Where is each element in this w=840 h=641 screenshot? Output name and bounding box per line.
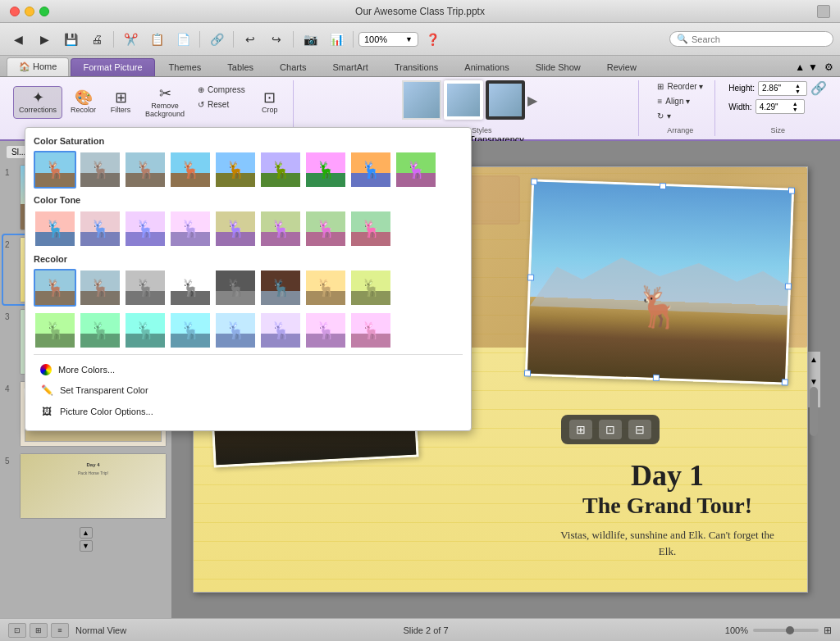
tone-swatch-2[interactable]: 🦌 xyxy=(79,210,121,248)
recolor-swatch-7[interactable]: 🦌 xyxy=(304,269,347,307)
remove-bg-button[interactable]: ✂ RemoveBackground xyxy=(140,83,189,122)
handle-br[interactable] xyxy=(781,379,788,385)
aspect-lock-icon[interactable]: 🔗 xyxy=(810,80,827,96)
width-input[interactable] xyxy=(760,102,792,111)
recolor-swatch-1[interactable]: 🦌 xyxy=(34,269,76,307)
tone-swatch-7[interactable]: 🦌 xyxy=(304,210,347,248)
sat-swatch-7[interactable]: 🦌 xyxy=(349,151,392,189)
recolor-swatch-12[interactable]: 🦌 xyxy=(169,311,212,349)
height-input[interactable] xyxy=(762,84,795,93)
recolor-swatch-3[interactable]: 🦌 xyxy=(124,269,167,307)
normal-view-btn[interactable]: ⊡ xyxy=(8,623,26,638)
recolor-swatch-14[interactable]: 🦌 xyxy=(259,311,302,349)
tone-swatch-6[interactable]: 🦌 xyxy=(259,210,302,248)
recolor-swatch-11[interactable]: 🦌 xyxy=(124,311,167,349)
tab-format-picture[interactable]: Format Picture xyxy=(71,58,154,76)
handle-tl[interactable] xyxy=(531,178,537,184)
reset-button[interactable]: ↺ Reset xyxy=(193,98,250,111)
grid-view-btn[interactable]: ⊞ xyxy=(30,623,48,638)
tone-swatch-4[interactable]: 🦌 xyxy=(169,210,212,248)
recolor-swatch-5[interactable]: 🦌 xyxy=(214,269,257,307)
handle-mr[interactable] xyxy=(784,283,791,289)
recolor-swatch-16[interactable]: 🦌 xyxy=(349,311,392,349)
set-transparent-item[interactable]: ✏️ Set Transparent Color xyxy=(34,380,463,401)
toolbar-btn-copy[interactable]: 📋 xyxy=(145,28,168,51)
corrections-button[interactable]: ✦ Corrections xyxy=(13,86,62,119)
sat-swatch-1[interactable]: 🦌 xyxy=(79,151,121,189)
sat-swatch-8[interactable]: 🦌 xyxy=(395,151,437,189)
maximize-button[interactable] xyxy=(39,7,49,16)
recolor-swatch-8[interactable]: 🦌 xyxy=(349,269,392,307)
recolor-swatch-6[interactable]: 🦌 xyxy=(259,269,302,307)
compress-button[interactable]: ⊕ Compress xyxy=(193,84,250,96)
recolor-swatch-10[interactable]: 🦌 xyxy=(79,311,121,349)
outline-view-btn[interactable]: ≡ xyxy=(51,623,69,638)
handle-ml[interactable] xyxy=(527,274,533,280)
width-down[interactable]: ▼ xyxy=(792,107,798,112)
picture-color-options-item[interactable]: 🖼 Picture Color Options... xyxy=(34,401,463,422)
tab-themes[interactable]: Themes xyxy=(157,58,214,76)
slide-photo-main[interactable]: 🦌 xyxy=(524,179,793,384)
close-button[interactable] xyxy=(10,7,20,16)
height-down[interactable]: ▼ xyxy=(795,89,801,94)
toolbar-btn-save[interactable]: 💾 xyxy=(59,28,82,51)
style-swatch-1[interactable] xyxy=(402,80,441,120)
sat-swatch-4[interactable]: 🦌 xyxy=(214,151,257,189)
sat-swatch-3[interactable]: 🦌 xyxy=(169,151,212,189)
float-btn-2[interactable]: ⊡ xyxy=(599,420,622,439)
handle-tr[interactable] xyxy=(788,187,794,193)
recolor-button[interactable]: 🎨 Recolor xyxy=(66,87,101,118)
zoom-input[interactable] xyxy=(364,34,405,44)
align-button[interactable]: ≡ Align ▾ xyxy=(652,95,708,107)
toolbar-btn-link[interactable]: 🔗 xyxy=(205,28,228,51)
tab-review[interactable]: Review xyxy=(595,58,649,76)
sat-swatch-2[interactable]: 🦌 xyxy=(124,151,167,189)
scrollbar-thumb[interactable] xyxy=(810,387,818,436)
sat-swatch-0[interactable]: 🦌 xyxy=(34,151,76,189)
handle-bm[interactable] xyxy=(652,375,659,381)
tab-slideshow[interactable]: Slide Show xyxy=(523,58,593,76)
recolor-swatch-2[interactable]: 🦌 xyxy=(79,269,121,307)
reorder-button[interactable]: ⊞ Reorder ▾ xyxy=(652,80,708,93)
tab-options[interactable]: ⚙ xyxy=(824,61,833,73)
crop-button[interactable]: ⊡ Crop xyxy=(253,87,286,118)
fit-btn[interactable]: ⊞ xyxy=(824,625,832,636)
search-input[interactable] xyxy=(692,34,826,44)
tab-transitions[interactable]: Transitions xyxy=(382,58,450,76)
more-colors-item[interactable]: More Colors... xyxy=(34,360,463,380)
toolbar-btn-undo[interactable]: ↩ xyxy=(239,28,262,51)
toolbar-btn-chart[interactable]: 📊 xyxy=(325,28,348,51)
tab-scroll-right[interactable]: ▼ xyxy=(808,61,818,73)
zoom-dropdown-icon[interactable]: ▼ xyxy=(405,35,413,43)
handle-bl[interactable] xyxy=(523,370,530,376)
handle-tm[interactable] xyxy=(659,183,665,189)
sat-swatch-5[interactable]: 🦌 xyxy=(259,151,302,189)
toolbar-btn-paste[interactable]: 📄 xyxy=(171,28,194,51)
width-up[interactable]: ▲ xyxy=(792,101,798,107)
tab-animations[interactable]: Animations xyxy=(452,58,521,76)
tone-swatch-8[interactable]: 🦌 xyxy=(349,210,392,248)
tab-charts[interactable]: Charts xyxy=(267,58,318,76)
float-btn-3[interactable]: ⊟ xyxy=(628,420,651,439)
tab-scroll-left[interactable]: ▲ xyxy=(795,61,805,73)
toolbar-btn-help[interactable]: ❓ xyxy=(422,28,445,51)
slide-thumb-5[interactable]: 5 Day 4 Pack Horse Trip! xyxy=(3,452,168,521)
tab-home[interactable]: 🏠 Home xyxy=(7,57,69,76)
panel-scroll-down[interactable]: ▼ xyxy=(80,540,93,552)
height-up[interactable]: ▲ xyxy=(795,83,801,89)
tone-swatch-1[interactable]: 🦌 xyxy=(34,210,76,248)
rotate-button[interactable]: ↻ ▾ xyxy=(652,110,708,122)
recolor-swatch-9[interactable]: 🦌 xyxy=(34,311,76,349)
panel-scroll-up[interactable]: ▲ xyxy=(80,527,93,539)
recolor-swatch-13[interactable]: 🦌 xyxy=(214,311,257,349)
resize-icon[interactable] xyxy=(817,5,830,18)
styles-more-icon[interactable]: ▶ xyxy=(527,93,537,108)
toolbar-btn-redo[interactable]: ↪ xyxy=(265,28,288,51)
toolbar-btn-cut[interactable]: ✂️ xyxy=(119,28,142,51)
tab-tables[interactable]: Tables xyxy=(215,58,266,76)
tab-smartart[interactable]: SmartArt xyxy=(321,58,381,76)
recolor-swatch-15[interactable]: 🦌 xyxy=(304,311,347,349)
toolbar-btn-camera[interactable]: 📷 xyxy=(299,28,322,51)
style-swatch-2[interactable] xyxy=(444,80,483,120)
float-btn-1[interactable]: ⊞ xyxy=(569,420,592,439)
